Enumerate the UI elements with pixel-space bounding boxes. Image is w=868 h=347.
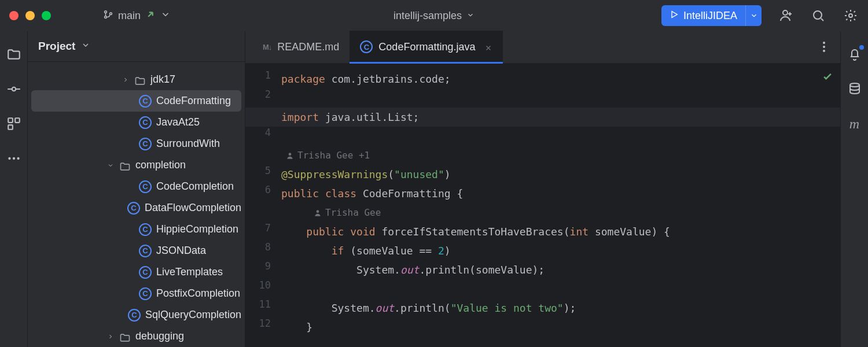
tree-item-label: JavaAt25 bbox=[156, 116, 200, 128]
tree-item-jsondata[interactable]: CJSONData bbox=[31, 240, 241, 261]
svg-point-3 bbox=[783, 10, 788, 15]
code-line[interactable]: import java.util.List; bbox=[281, 108, 840, 127]
window-controls bbox=[9, 11, 51, 20]
folder-icon bbox=[119, 161, 131, 170]
tree-item-completion[interactable]: completion bbox=[31, 154, 241, 176]
editor-tabbar: M↓README.mdCCodeFormatting.java bbox=[245, 31, 840, 64]
gear-icon[interactable] bbox=[843, 8, 859, 24]
code-line[interactable]: System.out.println("Value is not two"); bbox=[281, 298, 840, 318]
tree-item-label: SurroundWith bbox=[156, 138, 220, 150]
code-with-me-icon[interactable] bbox=[778, 8, 794, 24]
commit-tool-icon[interactable] bbox=[6, 81, 22, 97]
class-icon: C bbox=[139, 245, 152, 257]
tree-item-dataflowcompletion[interactable]: CDataFlowCompletion bbox=[31, 197, 241, 219]
svg-point-11 bbox=[12, 157, 14, 160]
svg-point-2 bbox=[110, 12, 112, 14]
code-line[interactable]: package com.jetbrains.code; bbox=[281, 69, 840, 88]
fullscreen-window-button[interactable] bbox=[42, 11, 51, 20]
tree-item-sqlquerycompletion[interactable]: CSqlQueryCompletion bbox=[31, 304, 241, 326]
tree-item-label: debugging bbox=[135, 330, 184, 342]
code-line[interactable]: System.out.println(someValue); bbox=[281, 260, 840, 279]
project-tool-icon[interactable] bbox=[6, 46, 22, 62]
close-tab-icon[interactable] bbox=[484, 43, 492, 51]
code-editor[interactable]: 123456789101112 package com.jetbrains.co… bbox=[245, 64, 840, 347]
tab-label: README.md bbox=[277, 41, 339, 53]
code-line[interactable]: public void forceIfStatementsToHaveBrace… bbox=[281, 222, 840, 241]
class-icon: C bbox=[360, 40, 373, 53]
author-annotation: Trisha Gee +1 bbox=[281, 146, 840, 165]
code-line[interactable]: if (someValue == 2) bbox=[281, 241, 840, 260]
database-tool-icon[interactable] bbox=[847, 81, 863, 97]
svg-point-17 bbox=[317, 210, 319, 213]
chevron-down-icon bbox=[466, 10, 475, 22]
chevron-down-icon bbox=[160, 9, 171, 23]
folder-icon bbox=[119, 332, 131, 341]
tree-item-jdk17[interactable]: jdk17 bbox=[31, 69, 241, 90]
code-line[interactable]: } bbox=[281, 318, 840, 337]
project-panel-title: Project bbox=[38, 40, 75, 53]
class-icon: C bbox=[139, 116, 152, 129]
tree-item-javaat25[interactable]: CJavaAt25 bbox=[31, 112, 241, 133]
tab-actions-icon[interactable] bbox=[816, 39, 832, 55]
svg-point-6 bbox=[12, 87, 16, 91]
svg-point-18 bbox=[850, 83, 859, 87]
svg-rect-9 bbox=[8, 125, 13, 130]
class-icon: C bbox=[127, 202, 140, 215]
maven-tool-icon[interactable]: m bbox=[847, 116, 863, 132]
class-icon: C bbox=[139, 138, 152, 150]
markdown-icon: M↓ bbox=[263, 43, 271, 51]
git-branch-selector[interactable]: main bbox=[103, 9, 171, 23]
svg-point-5 bbox=[849, 14, 852, 17]
code-line[interactable]: public class CodeFormatting { bbox=[281, 184, 840, 203]
author-annotation: Trisha Gee bbox=[281, 203, 840, 222]
more-tools-icon[interactable] bbox=[6, 150, 22, 167]
chevron-down-icon bbox=[81, 40, 90, 53]
svg-rect-7 bbox=[8, 118, 13, 123]
svg-point-4 bbox=[814, 11, 822, 19]
editor-tab[interactable]: CCodeFormatting.java bbox=[350, 31, 503, 63]
chevron-icon bbox=[122, 76, 130, 83]
tree-item-codeformatting[interactable]: CCodeFormatting bbox=[31, 90, 241, 112]
project-panel-header[interactable]: Project bbox=[28, 31, 245, 62]
chevron-icon bbox=[106, 162, 115, 169]
code-line[interactable] bbox=[281, 88, 840, 108]
git-branch-icon bbox=[103, 9, 113, 23]
notifications-icon[interactable] bbox=[847, 46, 863, 62]
svg-point-10 bbox=[8, 157, 10, 160]
tree-item-hippiecompletion[interactable]: CHippieCompletion bbox=[31, 219, 241, 240]
project-name: intellij-samples bbox=[393, 10, 462, 22]
tree-item-livetemplates[interactable]: CLiveTemplates bbox=[31, 261, 241, 283]
tree-item-debugging[interactable]: debugging bbox=[31, 326, 241, 347]
tree-item-surroundwith[interactable]: CSurroundWith bbox=[31, 133, 241, 154]
titlebar: main intellij-samples IntelliJIDEA bbox=[0, 0, 868, 31]
run-config-label: IntelliJIDEA bbox=[683, 10, 737, 22]
structure-tool-icon[interactable] bbox=[6, 116, 22, 132]
project-tree: jdk17CCodeFormattingCJavaAt25CSurroundWi… bbox=[28, 62, 245, 347]
svg-point-16 bbox=[289, 153, 292, 156]
svg-point-1 bbox=[105, 16, 107, 18]
tree-item-postfixcompletion[interactable]: CPostfixCompletion bbox=[31, 283, 241, 304]
tree-item-label: completion bbox=[135, 159, 186, 171]
class-icon: C bbox=[128, 309, 141, 322]
code-line[interactable]: @SuppressWarnings("unused") bbox=[281, 165, 840, 184]
tree-item-label: CodeFormatting bbox=[156, 95, 231, 107]
svg-point-12 bbox=[17, 157, 19, 160]
run-config-button[interactable]: IntelliJIDEA bbox=[661, 5, 762, 26]
code-line[interactable] bbox=[281, 279, 840, 298]
search-icon[interactable] bbox=[810, 8, 826, 24]
editor-tab[interactable]: M↓README.md bbox=[252, 31, 350, 63]
tree-item-label: JSONData bbox=[156, 245, 206, 257]
git-outgoing-icon bbox=[145, 9, 156, 23]
line-number-gutter: 123456789101112 bbox=[245, 64, 281, 347]
close-window-button[interactable] bbox=[9, 11, 19, 20]
tree-item-label: CodeCompletion bbox=[156, 180, 234, 193]
run-config-dropdown[interactable] bbox=[745, 5, 762, 26]
tree-item-label: DataFlowCompletion bbox=[145, 202, 241, 214]
tree-item-codecompletion[interactable]: CCodeCompletion bbox=[31, 176, 241, 197]
svg-rect-8 bbox=[15, 118, 20, 123]
minimize-window-button[interactable] bbox=[25, 11, 35, 20]
code-line[interactable] bbox=[281, 127, 840, 146]
folder-icon bbox=[134, 75, 146, 84]
project-selector[interactable]: intellij-samples bbox=[393, 10, 475, 22]
class-icon: C bbox=[139, 223, 152, 236]
